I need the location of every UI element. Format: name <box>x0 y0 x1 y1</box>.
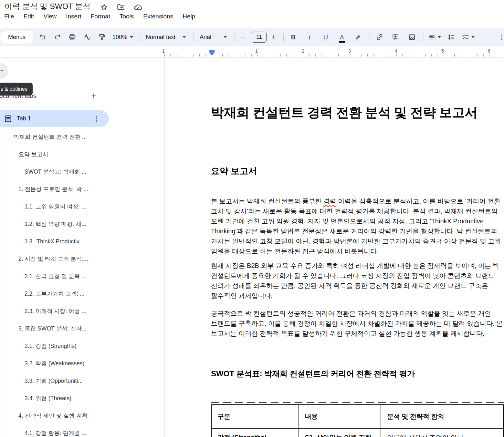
outline-item[interactable]: 요약 보고서 <box>0 146 162 163</box>
table-cell[interactable]: 이론에 치우친 조언이 아닌 <box>381 428 504 437</box>
doc-paragraph-2[interactable]: 현재 시장은 B2B 외부 교육 수요 증가와 특히 여성 리더십 개발에 대한… <box>211 261 499 301</box>
doc-heading-title[interactable]: 박재희 컨설턴트 경력 전환 분석 및 전략 보고서 <box>211 104 478 121</box>
ruler-number: 4 <box>395 48 397 54</box>
font-size-decrease-button[interactable]: − <box>237 31 248 44</box>
text-line: 브랜드를 구축하고, 이를 통해 경쟁이 치열한 시장에서 차별화된 가치를 제… <box>211 319 503 329</box>
pinned-header-row-indicator <box>211 402 504 403</box>
undo-button[interactable] <box>36 31 49 44</box>
color-bar <box>339 41 345 43</box>
menu-insert[interactable]: Insert <box>66 13 81 20</box>
text-color-button[interactable]: A <box>335 31 349 44</box>
table-header-cell[interactable]: 구분 <box>211 405 299 428</box>
doc-heading-summary[interactable]: 요약 보고서 <box>211 165 257 177</box>
italic-button[interactable]: I <box>302 31 317 44</box>
paragraph-style-select[interactable]: Normal text <box>142 31 189 44</box>
tab-options-button[interactable] <box>93 110 100 127</box>
outline-item[interactable]: 1.3. 'ThinkX Productiv... <box>0 233 162 250</box>
menu-bar: File Edit View Insert Format Tools Exten… <box>4 13 195 20</box>
chevron-down-icon <box>224 36 227 38</box>
toolbar-divider <box>235 33 235 41</box>
bold-button[interactable]: B <box>286 31 300 44</box>
outline-item[interactable]: 4. 전략적 제언 및 실행 계획 <box>0 407 162 424</box>
outline-item[interactable]: 2.3. 미개척 시장: 여성 ... <box>0 302 162 320</box>
menu-view[interactable]: View <box>43 13 57 20</box>
doc-paragraph-1[interactable]: 본 보고서는 박재희 컨설턴트의 풍부한 경력 이력을 심층적으로 분석하고, … <box>211 196 501 256</box>
outline-item[interactable]: 2.1. 한국 코칭 및 교육 ... <box>0 268 162 285</box>
table-header-row: 구분 내용 분석 및 전략적 함의 <box>211 405 504 428</box>
print-button[interactable] <box>66 31 79 44</box>
align-select[interactable] <box>426 31 443 44</box>
ruler-number: 5 <box>441 48 444 54</box>
menu-help[interactable]: Help <box>183 13 195 20</box>
italic-glyph: I <box>309 34 311 41</box>
ruler-number: 6 <box>488 48 490 54</box>
font-size-input[interactable]: 11 <box>252 32 267 43</box>
insert-link-button[interactable] <box>373 31 387 44</box>
misspelled-word[interactable]: 경력 <box>323 198 336 205</box>
document-tab-icon <box>4 115 12 123</box>
add-comment-button[interactable] <box>389 31 403 44</box>
sidebar-divider <box>164 57 165 437</box>
chevron-down-icon <box>471 36 475 38</box>
font-size-increase-button[interactable]: + <box>268 31 279 44</box>
ruler-number: 2 <box>302 48 304 54</box>
toolbar-divider <box>194 33 194 41</box>
outline-item[interactable]: 4.1. 강점 활용: 단계별 ... <box>0 424 162 437</box>
outline-item[interactable]: 3.2. 약점 (Weaknesses) <box>0 355 162 372</box>
outline-item[interactable]: 2.2. 고부가가치 고객: ... <box>0 285 162 302</box>
outline-item[interactable]: 2. 시장 및 타깃 고객 분석:... <box>0 250 162 268</box>
outline-item[interactable]: 1.2. 핵심 역량 매핑: 새... <box>0 215 162 233</box>
menu-extensions[interactable]: Extensions <box>143 13 173 20</box>
first-line-indent-marker[interactable] <box>209 50 215 52</box>
menus-button[interactable]: Menus <box>0 31 34 44</box>
font-select[interactable]: Arial <box>196 31 230 44</box>
menu-edit[interactable]: Edit <box>24 13 34 20</box>
add-tab-button[interactable]: + <box>91 91 96 101</box>
toolbar-divider <box>424 33 424 41</box>
document-title-input[interactable]: 이력 분석 및 SWOT 분석 <box>5 1 90 12</box>
outline-item[interactable]: 박재희 컨설턴트 경력 전환 ... <box>0 128 162 146</box>
table-cell[interactable]: 강점 (Strengths) <box>211 428 299 437</box>
chevron-down-icon <box>130 36 133 38</box>
tab-item-selected[interactable]: Tab 1 <box>0 110 109 127</box>
ruler-number: 3 <box>348 48 351 54</box>
menu-tools[interactable]: Tools <box>120 13 134 20</box>
checklist-select[interactable] <box>460 31 477 44</box>
zoom-select[interactable]: 100% <box>110 31 135 44</box>
bold-glyph: B <box>291 34 296 41</box>
outline-item[interactable]: SWOT 분석표: 박재희 ... <box>0 163 162 180</box>
line-spacing-button[interactable] <box>445 31 458 44</box>
outline-item[interactable]: 3.4. 위협 (Threats) <box>0 390 162 407</box>
doc-paragraph-3[interactable]: 궁극적으로 박 컨설턴트의 성공적인 커리어 전환은 과거의 경험과 미래의 역… <box>211 309 503 339</box>
text-line: 임원을 대상으로 하는 전문화된 접근 방식에서 비롯됩니다. <box>211 246 501 256</box>
toolbar-bottom-divider <box>0 57 504 57</box>
spellcheck-button[interactable] <box>81 31 94 44</box>
underline-button[interactable]: U <box>319 31 333 44</box>
table-cell[interactable]: S1. 살아있는 임원 경험과 <box>299 428 381 437</box>
paint-format-button[interactable] <box>96 31 109 44</box>
style-value: Normal text <box>146 34 175 41</box>
collapse-panel-button[interactable] <box>0 63 8 79</box>
star-button[interactable] <box>100 3 109 12</box>
outline-item[interactable]: 3.1. 강점 (Strengths) <box>0 337 162 355</box>
horizontal-ruler[interactable]: 1 1 2 3 4 5 6 <box>164 48 504 57</box>
table-header-cell[interactable]: 분석 및 전략적 함의 <box>381 405 504 428</box>
outline-item[interactable]: 3.3. 기회 (Opportuniti... <box>0 372 162 390</box>
doc-heading-swot-table[interactable]: SWOT 분석표: 박재희 컨설턴트의 커리어 전환 전략적 평가 <box>211 369 415 379</box>
table-header-cell[interactable]: 내용 <box>299 405 381 428</box>
left-indent-marker[interactable] <box>209 52 215 56</box>
swot-table[interactable]: 구분 내용 분석 및 전략적 함의 강점 (Strengths) S1. 살아있… <box>211 404 504 437</box>
outline-item[interactable]: 1. 전문성 프로필 분석: 박 ... <box>0 180 162 198</box>
more-toolbar-button[interactable] <box>498 31 504 44</box>
menu-format[interactable]: Format <box>91 13 110 20</box>
highlight-color-button[interactable] <box>351 31 365 44</box>
menu-file[interactable]: File <box>4 13 14 20</box>
move-folder-button[interactable] <box>116 3 125 12</box>
redo-button[interactable] <box>51 31 64 44</box>
outline-item[interactable]: 3. 종합 SWOT 분석: 전략... <box>0 320 162 337</box>
insert-image-button[interactable] <box>405 31 419 44</box>
text-line: 궁극적으로 박 컨설턴트의 성공적인 커리어 전환은 과거의 경험과 미래의 역… <box>211 309 503 319</box>
outline-item[interactable]: 1.1. 고위 임원의 여정: ... <box>0 198 162 215</box>
formatting-toolbar: Menus 100% Normal text Arial <box>0 28 504 46</box>
toolbar-divider <box>370 33 370 41</box>
